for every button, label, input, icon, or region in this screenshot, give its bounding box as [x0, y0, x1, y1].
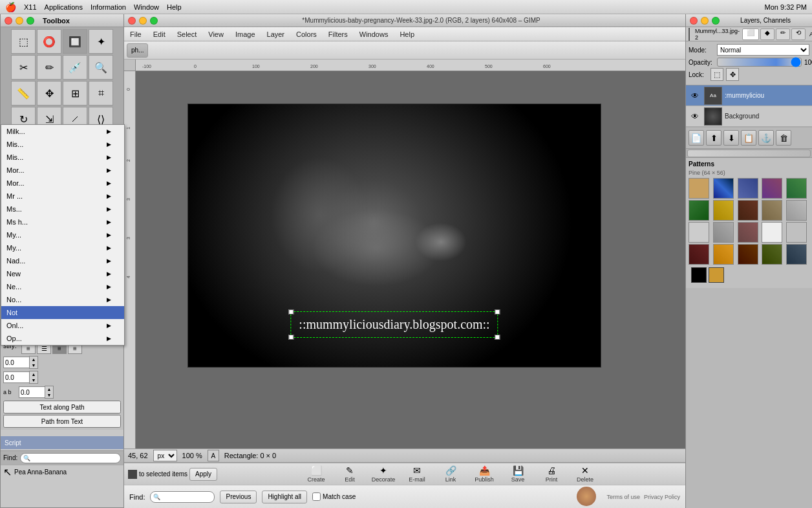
layers-minimize-button[interactable]	[701, 17, 709, 25]
tool-measure[interactable]: 📏	[11, 81, 36, 105]
tool-color-picker[interactable]: 💉	[63, 55, 87, 80]
font-menu-no[interactable]: No...▶	[1, 293, 124, 306]
pattern-6[interactable]	[713, 200, 734, 221]
tool-crop[interactable]: ⌗	[89, 81, 113, 105]
layer-visibility-eye[interactable]: 👁	[689, 89, 701, 102]
text-along-path-button[interactable]: Text along Path	[3, 401, 121, 414]
line-spacing-down[interactable]: ▼	[30, 377, 37, 383]
indent-arrows[interactable]: ▲ ▼	[29, 356, 38, 369]
menubar-applications[interactable]: Applications	[45, 3, 83, 11]
pattern-13[interactable]	[762, 222, 782, 243]
paths-tab[interactable]: ✏	[776, 28, 790, 40]
pattern-2[interactable]	[738, 178, 758, 199]
menu-help[interactable]: Help	[396, 29, 418, 39]
font-menu-mor2[interactable]: Mor...▶	[1, 177, 124, 190]
letter-spacing-down[interactable]: ▼	[45, 392, 53, 398]
pattern-3[interactable]	[762, 178, 782, 199]
unit-select[interactable]: px	[153, 450, 177, 461]
layer-bg-eye[interactable]: 👁	[689, 110, 701, 123]
pattern-17[interactable]	[738, 244, 758, 265]
line-spacing-arrows[interactable]: ▲ ▼	[29, 371, 38, 384]
pattern-19[interactable]	[786, 244, 807, 265]
lock-position-btn[interactable]: ✥	[726, 68, 739, 81]
previous-button[interactable]: Previous	[220, 491, 257, 503]
apply-button[interactable]: Apply	[189, 468, 217, 481]
font-menu-ne2[interactable]: Ne...▶	[1, 280, 124, 293]
anchor-layer-btn[interactable]: ⚓	[758, 130, 774, 146]
font-menu-mis1[interactable]: Mis...▶	[1, 138, 124, 151]
path-from-text-button[interactable]: Path from Text	[3, 415, 121, 428]
layers-tab[interactable]: ⬜	[742, 28, 759, 40]
black-swatch[interactable]	[691, 267, 707, 283]
line-spacing-input[interactable]	[3, 371, 29, 383]
layer-item-bg[interactable]: 👁 Background	[686, 106, 812, 127]
find-input[interactable]	[30, 454, 118, 461]
pattern-9[interactable]	[786, 200, 807, 221]
font-menu-not[interactable]: Not	[1, 306, 124, 319]
gimp-minimize-button[interactable]	[139, 17, 147, 25]
indent-input[interactable]	[3, 357, 29, 368]
font-menu-ne1[interactable]: New▶	[1, 267, 124, 280]
indent-down[interactable]: ▼	[30, 362, 37, 368]
gimp-maximize-button[interactable]	[150, 17, 158, 25]
font-menu-onl[interactable]: Onl...▶	[1, 319, 124, 332]
tool-move[interactable]: ✥	[37, 81, 61, 105]
bottom-delete-btn[interactable]: ✕ Delete	[569, 464, 601, 485]
blend-mode-select[interactable]: Normal	[717, 44, 809, 56]
maximize-button[interactable]	[27, 17, 34, 25]
font-menu-milk[interactable]: Milk...▶	[1, 125, 124, 138]
lower-layer-btn[interactable]: ⬇	[723, 130, 739, 146]
tool-paths[interactable]: ✏	[37, 55, 61, 80]
pattern-16[interactable]	[713, 244, 734, 265]
history-tab[interactable]: ⟲	[791, 28, 806, 40]
zoom-btn[interactable]: A	[208, 450, 219, 461]
pattern-8[interactable]	[762, 200, 782, 221]
main-find-input[interactable]	[160, 493, 212, 500]
indent-up[interactable]: ▲	[30, 357, 37, 362]
channels-tab[interactable]: ◆	[760, 28, 775, 40]
gold-swatch[interactable]	[709, 267, 724, 283]
lock-pixels-btn[interactable]: ⬚	[710, 68, 723, 81]
tab-ph[interactable]: ph...	[127, 43, 148, 58]
bottom-decorate-btn[interactable]: ✦ Decorate	[367, 464, 400, 485]
layers-maximize-button[interactable]	[712, 17, 720, 25]
menu-select[interactable]: Select	[174, 29, 200, 39]
line-spacing-up[interactable]: ▲	[30, 371, 37, 377]
tool-fuzzy-select[interactable]: ✦	[89, 29, 113, 54]
tool-rect-select[interactable]: ⬚	[11, 29, 36, 54]
menu-windows[interactable]: Windows	[356, 29, 392, 39]
font-menu-my1[interactable]: My...▶	[1, 228, 124, 241]
bottom-print-btn[interactable]: 🖨 Print	[535, 464, 568, 485]
gimp-close-button[interactable]	[128, 17, 136, 25]
layer-item-text[interactable]: 👁 Aa :mummyliciou	[686, 85, 812, 106]
pattern-12[interactable]	[738, 222, 758, 243]
menu-edit[interactable]: Edit	[150, 29, 169, 39]
highlight-all-button[interactable]: Highlight all	[262, 491, 307, 503]
menu-file[interactable]: File	[127, 29, 145, 39]
font-menu-my2[interactable]: My...▶	[1, 241, 124, 254]
minimize-button[interactable]	[16, 17, 23, 25]
privacy-link[interactable]: Privacy Policy	[644, 494, 680, 500]
font-menu-msh[interactable]: Ms h...▶	[1, 215, 124, 228]
pattern-0[interactable]	[689, 178, 709, 199]
pattern-11[interactable]	[713, 222, 734, 243]
bottom-publish-btn[interactable]: 📤 Publish	[468, 464, 500, 485]
bottom-edit-btn[interactable]: ✎ Edit	[334, 464, 366, 485]
bottom-create-btn[interactable]: ⬜ Create	[300, 464, 332, 485]
menu-layer[interactable]: Layer	[264, 29, 288, 39]
pattern-4[interactable]	[786, 178, 807, 199]
tool-free-select[interactable]: 🔲	[63, 29, 87, 54]
menu-filters[interactable]: Filters	[325, 29, 351, 39]
match-case-checkbox[interactable]	[312, 492, 321, 501]
duplicate-layer-btn[interactable]: 📋	[741, 130, 756, 146]
terms-link[interactable]: Terms of use	[606, 494, 640, 500]
pattern-14[interactable]	[786, 222, 807, 243]
apple-menu[interactable]: 🍎	[5, 2, 16, 12]
layers-close-button[interactable]	[690, 17, 698, 25]
pattern-10[interactable]	[689, 222, 709, 243]
font-menu-mr[interactable]: Mr ...▶	[1, 190, 124, 203]
menu-colors[interactable]: Colors	[293, 29, 320, 39]
letter-spacing-up[interactable]: ▲	[45, 386, 53, 392]
letter-spacing-input[interactable]	[19, 386, 45, 398]
tool-ellipse-select[interactable]: ⭕	[37, 29, 61, 54]
